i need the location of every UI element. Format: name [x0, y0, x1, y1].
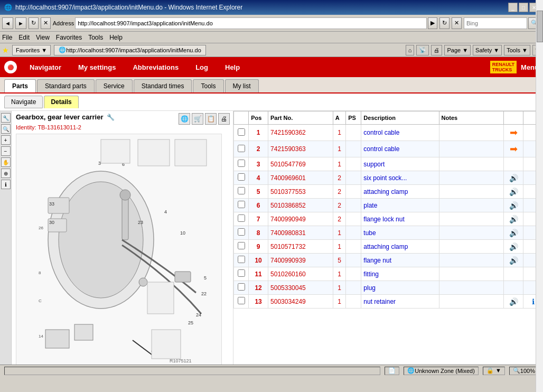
tool-zoom-in[interactable]: + — [1, 135, 11, 145]
tab-parts[interactable]: Parts — [4, 79, 36, 92]
tool-wrench[interactable]: 🔧 — [1, 113, 11, 123]
scrollbar[interactable] — [536, 111, 543, 365]
sound-icon[interactable]: 🔊 — [509, 242, 518, 251]
stop-button[interactable]: ✕ — [41, 17, 51, 29]
sub-tab-navigate[interactable]: Navigate — [4, 96, 43, 108]
row-partno[interactable]: 5010571732 — [268, 240, 333, 254]
row-action1[interactable]: 🔊 — [504, 240, 523, 254]
row-partno[interactable]: 5010386852 — [268, 199, 333, 212]
row-checkbox[interactable] — [238, 242, 245, 249]
nav-navigator[interactable]: Navigator — [25, 61, 65, 73]
menu-view[interactable]: View — [36, 34, 50, 41]
tool-info[interactable]: ℹ — [1, 180, 11, 189]
nav-abbreviations[interactable]: Abbreviations — [128, 61, 183, 73]
row-partno[interactable]: 5003034249 — [268, 295, 333, 309]
sound-icon[interactable]: 🔊 — [509, 174, 518, 182]
nav-log[interactable]: Log — [191, 61, 212, 73]
back-button[interactable]: ◄ — [2, 17, 13, 29]
sound-icon[interactable]: 🔊 — [509, 201, 518, 210]
go-button[interactable]: ▶ — [428, 17, 437, 29]
row-checkbox[interactable] — [238, 283, 245, 291]
sound-icon[interactable]: 🔊 — [509, 297, 518, 306]
arrow-icon[interactable]: ➡ — [510, 144, 518, 154]
row-checkbox[interactable] — [238, 228, 245, 236]
refresh-button[interactable]: ↻ — [29, 17, 39, 29]
row-action1[interactable] — [504, 157, 523, 171]
row-partno[interactable]: 7421590362 — [268, 125, 333, 141]
tool-hand[interactable]: ✋ — [1, 157, 11, 167]
nav-my-settings[interactable]: My settings — [74, 61, 120, 73]
menu-tools[interactable]: Tools — [88, 34, 103, 41]
row-partno[interactable]: 7421590363 — [268, 141, 333, 157]
row-desc[interactable]: plug — [361, 281, 439, 295]
safety-button[interactable]: Safety ▼ — [473, 45, 502, 55]
row-partno[interactable]: 7400980831 — [268, 226, 333, 240]
row-action1[interactable] — [504, 281, 523, 295]
row-partno[interactable]: 5005330045 — [268, 281, 333, 295]
nav-help[interactable]: Help — [221, 61, 244, 73]
forward-button[interactable]: ► — [15, 17, 26, 29]
menu-edit[interactable]: Edit — [18, 34, 30, 41]
row-checkbox[interactable] — [238, 269, 245, 277]
row-desc[interactable]: six point sock... — [361, 171, 439, 185]
menu-help[interactable]: Help — [109, 34, 123, 41]
row-action1[interactable]: ➡ — [504, 141, 523, 157]
row-partno[interactable]: 5010547769 — [268, 157, 333, 171]
row-action1[interactable]: 🔊 — [504, 185, 523, 199]
row-partno[interactable]: 5010260160 — [268, 267, 333, 281]
copy-icon[interactable]: 📋 — [205, 113, 217, 125]
row-checkbox[interactable] — [238, 173, 245, 181]
row-checkbox[interactable] — [238, 160, 245, 167]
row-checkbox[interactable] — [238, 145, 245, 152]
row-desc[interactable]: support — [361, 157, 439, 171]
info-icon[interactable]: ℹ — [532, 297, 535, 306]
row-partno[interactable]: 7400990939 — [268, 254, 333, 267]
row-checkbox[interactable] — [238, 256, 245, 263]
parts-table-container[interactable]: Pos Part No. A PS Description Notes 1 74… — [233, 111, 543, 365]
tab-standard-times[interactable]: Standard times — [134, 79, 192, 92]
row-desc[interactable]: flange lock nut — [361, 212, 439, 226]
row-action1[interactable]: ➡ — [504, 125, 523, 141]
row-desc[interactable]: plate — [361, 199, 439, 212]
row-desc[interactable]: control cable — [361, 141, 439, 157]
row-action1[interactable]: 🔊 — [504, 295, 523, 309]
tool-print[interactable]: ⊕ — [1, 169, 11, 178]
row-checkbox[interactable] — [238, 201, 245, 208]
tool-search[interactable]: 🔍 — [1, 124, 11, 134]
sound-icon[interactable]: 🔊 — [509, 256, 518, 265]
row-checkbox[interactable] — [238, 297, 245, 304]
sub-tab-details[interactable]: Details — [44, 96, 78, 108]
menu-favorites[interactable]: Favorites — [56, 34, 82, 41]
tab-standard-parts[interactable]: Standard parts — [37, 79, 95, 92]
tab-tools[interactable]: Tools — [193, 79, 223, 92]
row-action1[interactable]: 🔊 — [504, 171, 523, 185]
menu-file[interactable]: File — [2, 34, 12, 41]
row-desc[interactable]: nut retainer — [361, 295, 439, 309]
row-checkbox[interactable] — [238, 187, 245, 194]
row-action1[interactable]: 🔊 — [504, 254, 523, 267]
tools-button[interactable]: Tools ▼ — [504, 45, 530, 55]
refresh-btn2[interactable]: ↻ — [439, 17, 450, 29]
row-desc[interactable]: control cable — [361, 125, 439, 141]
sound-icon[interactable]: 🔊 — [509, 188, 518, 196]
minimize-button[interactable]: _ — [508, 3, 518, 12]
row-action1[interactable] — [504, 267, 523, 281]
row-action1[interactable]: 🔊 — [504, 199, 523, 212]
home-button[interactable]: ⌂ — [406, 45, 415, 55]
row-action1[interactable]: 🔊 — [504, 212, 523, 226]
row-checkbox[interactable] — [238, 214, 245, 222]
row-partno[interactable]: 5010377553 — [268, 185, 333, 199]
arrow-icon[interactable]: ➡ — [510, 127, 518, 138]
row-partno[interactable]: 7400969601 — [268, 171, 333, 185]
sound-icon[interactable]: 🔊 — [509, 229, 518, 237]
print-icon[interactable]: 🖨 — [218, 113, 230, 125]
favorites-button[interactable]: Favorites ▼ — [12, 45, 51, 55]
print-button[interactable]: 🖨 — [431, 45, 442, 55]
cart-icon[interactable]: 🛒 — [192, 113, 203, 125]
row-desc[interactable]: attaching clamp — [361, 240, 439, 254]
row-action1[interactable]: 🔊 — [504, 226, 523, 240]
stop-btn2[interactable]: ✕ — [452, 17, 462, 29]
tab-service[interactable]: Service — [96, 79, 133, 92]
tab-my-list[interactable]: My list — [225, 79, 259, 92]
feeds-button[interactable]: 📡 — [416, 45, 429, 55]
